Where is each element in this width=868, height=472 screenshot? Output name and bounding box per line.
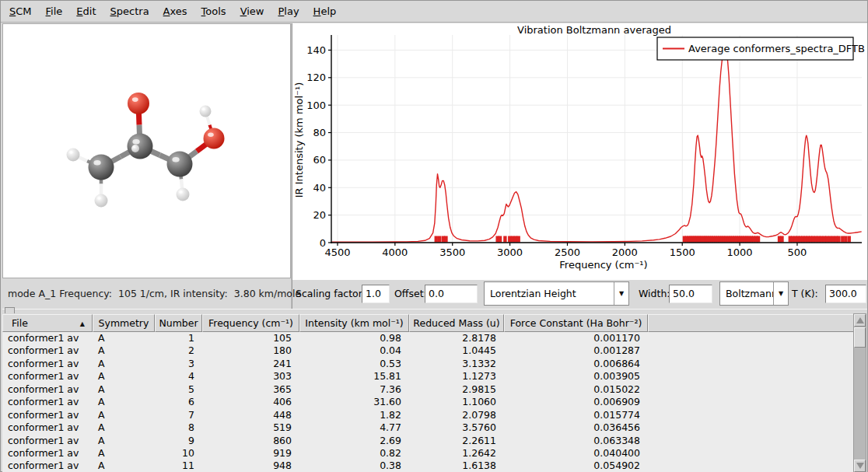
menu-spectra[interactable]: Spectra <box>103 2 156 21</box>
scrollbar-thumb[interactable] <box>854 327 866 348</box>
spectrum-controls: Scaling factor: 1.0 Offset: 0.0 Lorentzi… <box>292 280 868 309</box>
table-cell: 0.054902 <box>504 460 648 472</box>
svg-text:500: 500 <box>788 246 807 258</box>
table-cell: 4.77 <box>299 421 409 434</box>
scaling-factor-input[interactable]: 1.0 <box>362 285 390 303</box>
table-scrollbar[interactable] <box>853 313 866 472</box>
atom-hydroxyl-hydrogen[interactable] <box>200 106 212 117</box>
atom-methyl-hydrogen-2[interactable] <box>95 194 108 208</box>
atom-front-hydrogen[interactable] <box>131 145 139 152</box>
table-cell: 0.04 <box>299 344 409 357</box>
table-row[interactable]: conformer1 avA32410.533.13320.006864 <box>2 358 854 370</box>
table-cell: 7 <box>155 409 202 421</box>
atom-methyl-carbon[interactable] <box>89 155 114 180</box>
menu-scm[interactable]: SCM <box>2 2 39 21</box>
atom-ch2-hydrogen[interactable] <box>177 188 190 201</box>
menu-axes[interactable]: Axes <box>156 2 194 21</box>
menu-tools[interactable]: Tools <box>194 2 233 21</box>
molecule-3d-view[interactable] <box>3 24 290 278</box>
pane-grip[interactable] <box>5 307 15 313</box>
table-cell: 0.001287 <box>504 344 648 357</box>
table-cell: 0.82 <box>299 447 409 460</box>
panel-divider[interactable] <box>291 23 292 309</box>
spectrum-chart[interactable]: 4500400035003000250020001500100050002040… <box>292 23 867 280</box>
table-cell: A <box>93 447 155 460</box>
menu-play[interactable]: Play <box>271 2 306 21</box>
table-cell: A <box>93 344 155 357</box>
spectrum-chart-panel[interactable]: 4500400035003000250020001500100050002040… <box>292 23 867 280</box>
column-header-intensity[interactable]: Intensity (km mol⁻¹) <box>299 314 409 332</box>
table-cell: 3.1332 <box>409 358 504 370</box>
table-row[interactable]: conformer1 avA74481.822.07980.015774 <box>2 409 854 421</box>
scaling-factor-label: Scaling factor: <box>296 288 366 299</box>
table-cell: 948 <box>202 460 299 472</box>
temperature-input[interactable]: 300.0 <box>825 285 866 303</box>
table-cell: 0.006909 <box>504 396 648 408</box>
menu-file[interactable]: File <box>39 2 70 21</box>
column-header-force[interactable]: Force Constant (Ha Bohr⁻²) <box>504 314 648 332</box>
table-cell: 0.015774 <box>504 409 648 421</box>
atom-hydroxyl-oxygen[interactable] <box>204 128 225 149</box>
table-row[interactable]: conformer1 avA109190.821.26420.040400 <box>2 447 854 460</box>
table-cell: 0.063348 <box>504 435 648 447</box>
atom-methyl-hydrogen-1[interactable] <box>67 149 80 162</box>
column-header-file[interactable]: File▲ <box>2 314 93 332</box>
table-cell: 0.001170 <box>504 332 648 344</box>
width-input[interactable]: 50.0 <box>669 285 712 303</box>
table-cell: 1 <box>155 332 202 344</box>
table-row[interactable]: conformer1 avA98602.692.26110.063348 <box>2 435 854 447</box>
table-row[interactable]: conformer1 avA640631.601.10600.006909 <box>2 396 854 408</box>
scroll-down-icon[interactable] <box>854 460 866 472</box>
column-header-reduced[interactable]: Reduced Mass (u) <box>409 314 504 332</box>
table-row[interactable]: conformer1 avA119480.381.61380.054902 <box>2 460 854 472</box>
chart-legend[interactable]: Average conformers_spectra_DFTB <box>657 37 865 60</box>
menu-view[interactable]: View <box>233 2 271 21</box>
menu-help[interactable]: Help <box>306 2 344 21</box>
table-cell: A <box>93 460 155 472</box>
column-header-number[interactable]: Number <box>155 314 202 332</box>
svg-text:20: 20 <box>313 209 326 221</box>
table-row[interactable]: conformer1 avA11050.982.81780.001170 <box>2 332 854 344</box>
atom-ch2-carbon[interactable] <box>167 152 193 177</box>
table-cell: 8 <box>155 421 202 434</box>
svg-text:3000: 3000 <box>497 246 523 258</box>
chevron-down-icon[interactable]: ▼ <box>773 282 788 305</box>
table-cell: 2.69 <box>299 435 409 447</box>
table-cell: 2.0798 <box>409 409 504 421</box>
table-cell: 0.006864 <box>504 358 648 370</box>
lineshape-dropdown[interactable]: Lorentzian Height ▼ <box>484 281 629 306</box>
table-header: File▲SymmetryNumberFrequency (cm⁻¹)Inten… <box>2 314 854 332</box>
svg-text:140: 140 <box>306 44 326 56</box>
table-cell: 1.0445 <box>409 344 504 357</box>
sort-ascending-icon: ▲ <box>80 320 85 327</box>
column-header-filler[interactable] <box>648 314 854 332</box>
molecule-viewer[interactable] <box>2 23 291 278</box>
chevron-down-icon[interactable]: ▼ <box>614 282 628 305</box>
weighting-dropdown[interactable]: Boltzmann ▼ <box>719 281 789 306</box>
table-cell: 919 <box>202 447 299 460</box>
table-row[interactable]: conformer1 avA85194.773.57600.036456 <box>2 421 854 434</box>
table-cell: 406 <box>202 396 299 408</box>
table-cell: 1.6138 <box>409 460 504 472</box>
svg-text:0: 0 <box>320 237 326 249</box>
table-cell: 241 <box>202 358 299 370</box>
table-row[interactable]: conformer1 avA53657.362.98150.015022 <box>2 383 854 396</box>
column-header-frequency[interactable]: Frequency (cm⁻¹) <box>202 314 299 332</box>
scroll-up-icon[interactable] <box>854 314 866 327</box>
table-row[interactable]: conformer1 avA430315.811.12730.003905 <box>2 370 854 383</box>
menu-edit[interactable]: Edit <box>69 2 103 21</box>
table-cell: conformer1 av <box>2 344 93 357</box>
table-cell: A <box>93 396 155 408</box>
table-cell: conformer1 av <box>2 383 93 396</box>
table-row[interactable]: conformer1 avA21800.041.04450.001287 <box>2 344 854 357</box>
table-cell <box>648 421 854 434</box>
atom-carbonyl-carbon[interactable] <box>128 134 153 159</box>
table-cell <box>648 383 854 396</box>
temperature-label: T (K): <box>792 288 818 299</box>
offset-input[interactable]: 0.0 <box>425 285 478 303</box>
table-cell: 519 <box>202 421 299 434</box>
atom-ketone-oxygen[interactable] <box>128 93 149 114</box>
app-window: SCMFileEditSpectraAxesToolsViewPlayHelp … <box>0 0 868 472</box>
svg-text:40: 40 <box>313 182 326 194</box>
column-header-symmetry[interactable]: Symmetry <box>93 314 155 332</box>
